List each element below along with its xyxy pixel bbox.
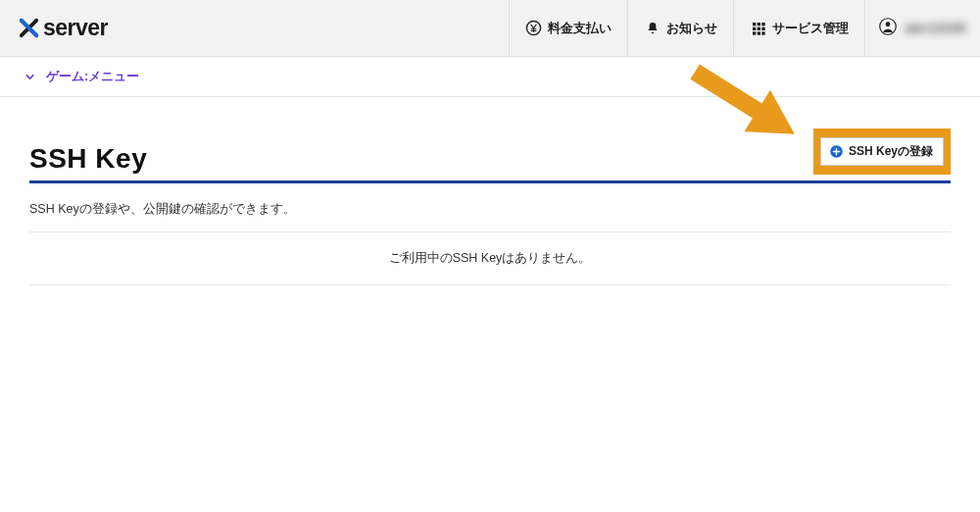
svg-rect-7 (753, 31, 756, 34)
global-header: server 料金支払い お知らせ サービス管理 abc12345 (0, 0, 980, 57)
submenu-label[interactable]: ゲーム:メニュー (46, 68, 139, 85)
main-content: SSH Key SSH Keyの登録 SSH Keyの登録や、公開鍵の確認ができ… (0, 97, 980, 285)
nav-payment-label: 料金支払い (548, 20, 612, 37)
account-menu[interactable]: abc12345 (864, 0, 980, 56)
nav-services-label: サービス管理 (772, 20, 849, 37)
svg-point-11 (886, 22, 891, 26)
svg-rect-8 (758, 31, 760, 34)
svg-rect-1 (753, 23, 756, 26)
svg-rect-3 (761, 23, 764, 26)
bell-icon (644, 20, 661, 36)
register-ssh-key-button[interactable]: SSH Keyの登録 (820, 137, 944, 166)
register-button-label: SSH Keyの登録 (849, 143, 933, 160)
account-id: abc12345 (905, 21, 966, 35)
page-title: SSH Key (29, 143, 147, 175)
svg-rect-6 (761, 26, 764, 29)
grid-icon (750, 20, 766, 36)
nav-news-label: お知らせ (666, 20, 717, 37)
chevron-down-icon[interactable] (24, 71, 36, 83)
yen-icon (525, 20, 542, 36)
svg-rect-4 (753, 26, 756, 29)
header-nav: 料金支払い お知らせ サービス管理 abc12345 (509, 0, 980, 56)
page-description: SSH Keyの登録や、公開鍵の確認ができます。 (29, 201, 951, 218)
brand-x-icon (18, 17, 40, 39)
nav-services[interactable]: サービス管理 (733, 0, 864, 56)
user-icon (879, 18, 897, 39)
divider (29, 284, 951, 285)
svg-rect-9 (761, 31, 764, 34)
nav-payment[interactable]: 料金支払い (509, 0, 627, 56)
register-highlight: SSH Keyの登録 (813, 128, 951, 175)
svg-rect-2 (758, 23, 760, 26)
plus-circle-icon (829, 144, 844, 159)
page-header: SSH Key SSH Keyの登録 (29, 128, 951, 183)
empty-state: ご利用中のSSH Keyはありません。 (29, 232, 951, 284)
brand-logo[interactable]: server (0, 0, 108, 56)
brand-name: server (43, 15, 108, 41)
submenu-bar: ゲーム:メニュー (0, 57, 980, 97)
svg-rect-5 (758, 26, 760, 29)
nav-news[interactable]: お知らせ (627, 0, 733, 56)
